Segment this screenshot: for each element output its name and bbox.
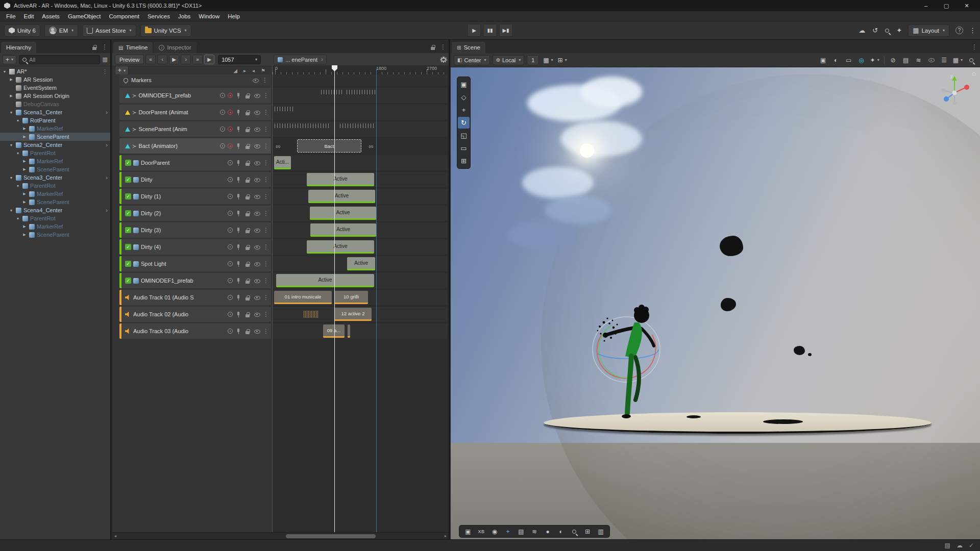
orientation-axis-gizmo[interactable]: y: [936, 72, 973, 109]
vcs-chip[interactable]: Unity VCS ▾: [140, 24, 191, 37]
hand-tool-icon[interactable]: ◇: [458, 91, 470, 103]
track-lane[interactable]: 09 a...: [271, 323, 448, 339]
track-menu-icon[interactable]: ⋮: [263, 109, 269, 116]
shading-mode-icon[interactable]: ◐: [830, 55, 842, 65]
expand-arrow-icon[interactable]: ▶: [22, 159, 27, 163]
home-icon[interactable]: ⌂: [972, 69, 976, 77]
eye-icon[interactable]: [254, 210, 260, 217]
view-options-icon[interactable]: ▣: [458, 79, 470, 90]
track-menu-icon[interactable]: ⋮: [263, 176, 269, 183]
active-checkbox[interactable]: ✓: [125, 177, 131, 183]
hidden-objects-icon[interactable]: ⊘: [888, 55, 899, 65]
track-lane[interactable]: Active: [271, 256, 448, 271]
menu-services[interactable]: Services: [143, 11, 174, 21]
timeline-track-ominodef1-prefab[interactable]: ✓OMINODEF1_prefab⋮Active: [119, 273, 448, 288]
track-binding-icon[interactable]: [228, 160, 233, 165]
hierarchy-item-sceneparent[interactable]: ▶SceneParent: [0, 133, 110, 141]
track-binding-icon[interactable]: [220, 127, 225, 132]
track-lane[interactable]: 12 active 2: [271, 307, 448, 322]
eye-icon[interactable]: [254, 177, 260, 183]
lock-icon[interactable]: [244, 109, 251, 116]
lock-icon[interactable]: [244, 143, 251, 149]
timeline-markers-row[interactable]: Markers ⋮: [119, 74, 448, 86]
track-lane[interactable]: 01 intro musicale10 grilli: [271, 290, 448, 305]
lock-icon[interactable]: [244, 244, 251, 251]
prev-frame-button[interactable]: ‹: [157, 55, 167, 64]
markers-lane[interactable]: [271, 74, 448, 86]
tab-inspector[interactable]: i Inspector: [154, 42, 196, 53]
grid-snap-icon[interactable]: ▦▾: [542, 55, 554, 65]
track-lane[interactable]: [271, 121, 448, 137]
sphere-icon[interactable]: ●: [542, 527, 554, 536]
hierarchy-item-markerref[interactable]: ▶MarkerRef: [0, 124, 110, 133]
track-lane[interactable]: [271, 105, 448, 120]
panel-menu-icon[interactable]: ⋮: [440, 43, 446, 51]
track-lane[interactable]: Active: [271, 206, 448, 221]
lock-icon[interactable]: [244, 261, 251, 267]
ripple-mode-icon[interactable]: ▸: [243, 68, 246, 73]
track-menu-icon[interactable]: ⋮: [263, 277, 269, 284]
eye-icon[interactable]: [252, 77, 259, 84]
track-lane[interactable]: Active: [271, 172, 448, 187]
replace-mode-icon[interactable]: ◂: [252, 68, 255, 73]
timeline-clip-09-a[interactable]: 09 a...: [323, 324, 345, 338]
progress-status-icon[interactable]: ▤: [945, 542, 950, 549]
timeline-clip-acti[interactable]: Acti...: [274, 156, 291, 169]
xb-label[interactable]: XB: [475, 527, 487, 536]
lock-icon[interactable]: [91, 44, 98, 51]
timeline-track-sceneparent-anim[interactable]: ≻SceneParent (Anim⋮: [119, 121, 448, 137]
preview-toggle-button[interactable]: Preview: [115, 55, 144, 64]
eye-icon[interactable]: [254, 311, 260, 318]
pin-icon[interactable]: [235, 227, 242, 234]
expand-arrow-icon[interactable]: ▶: [9, 94, 14, 98]
globe-icon[interactable]: ◉: [488, 527, 501, 536]
pin-icon[interactable]: [235, 278, 242, 284]
timeline-clip-12-active-2[interactable]: 12 active 2: [334, 308, 372, 321]
pin-icon[interactable]: [235, 244, 242, 251]
track-binding-icon[interactable]: [228, 228, 233, 233]
hierarchy-item-markerref[interactable]: ▶MarkerRef: [0, 222, 110, 231]
prefab-open-chevron[interactable]: ›: [106, 174, 108, 181]
track-binding-icon[interactable]: [220, 93, 225, 98]
timeline-breadcrumb[interactable]: ... eneParent ›: [274, 55, 327, 64]
play-button[interactable]: ▶: [468, 24, 481, 37]
eye-icon[interactable]: [254, 109, 260, 116]
increment-snap-icon[interactable]: ⊞▾: [556, 55, 569, 65]
lock-icon[interactable]: [244, 227, 251, 234]
scene-viewport[interactable]: y ⌂ ▣◇+↻◱▭⊞ ▣XB◉+▤≋●◐⊞▥: [451, 67, 980, 539]
timeline-clip-active[interactable]: Active: [347, 257, 375, 270]
track-binding-icon[interactable]: [228, 177, 233, 182]
fx-waves-icon[interactable]: ≋: [913, 55, 924, 65]
pause-button[interactable]: ▮▮: [483, 24, 497, 37]
move-overlay-icon[interactable]: +: [502, 527, 514, 536]
lock-icon[interactable]: [244, 210, 251, 217]
lane-divider[interactable]: [272, 65, 273, 532]
timeline-track-doorparent-animat[interactable]: ≻DoorParent (Animat⋮: [119, 105, 448, 120]
eye-icon[interactable]: [254, 193, 260, 200]
expand-arrow-icon[interactable]: ▶: [22, 167, 27, 171]
camera-preview-icon[interactable]: ▣: [818, 55, 829, 65]
timeline-clip-active[interactable]: Active: [307, 240, 374, 254]
check-status-icon[interactable]: ✓: [969, 542, 974, 549]
prefab-open-chevron[interactable]: ›: [106, 207, 108, 213]
maximize-button[interactable]: ▢: [937, 1, 955, 11]
gizmos-dropdown-icon[interactable]: ▦▾: [951, 55, 964, 65]
eye-icon[interactable]: [254, 126, 260, 133]
active-checkbox[interactable]: ✓: [125, 227, 131, 233]
timeline-track-dirty-1[interactable]: ✓Dirty (1)⋮Active: [119, 189, 448, 204]
track-menu-icon[interactable]: ⋮: [263, 159, 269, 166]
pin-icon[interactable]: [235, 126, 242, 133]
eye-icon[interactable]: [254, 143, 260, 149]
step-button[interactable]: ▶▮: [499, 24, 513, 37]
active-checkbox[interactable]: ✓: [125, 278, 131, 284]
timeline-ruler[interactable]: 018002700: [272, 65, 449, 74]
grid-size-field[interactable]: 1: [527, 55, 539, 65]
track-binding-icon[interactable]: [228, 295, 233, 300]
track-lane[interactable]: Acti...: [271, 155, 448, 170]
track-lane[interactable]: Active: [271, 222, 448, 238]
pin-icon[interactable]: [235, 160, 242, 166]
track-menu-icon[interactable]: ⋮: [263, 92, 269, 99]
expand-arrow-icon[interactable]: ▼: [15, 152, 20, 155]
waves-icon[interactable]: ≋: [528, 527, 541, 536]
menu-component[interactable]: Component: [105, 11, 143, 21]
